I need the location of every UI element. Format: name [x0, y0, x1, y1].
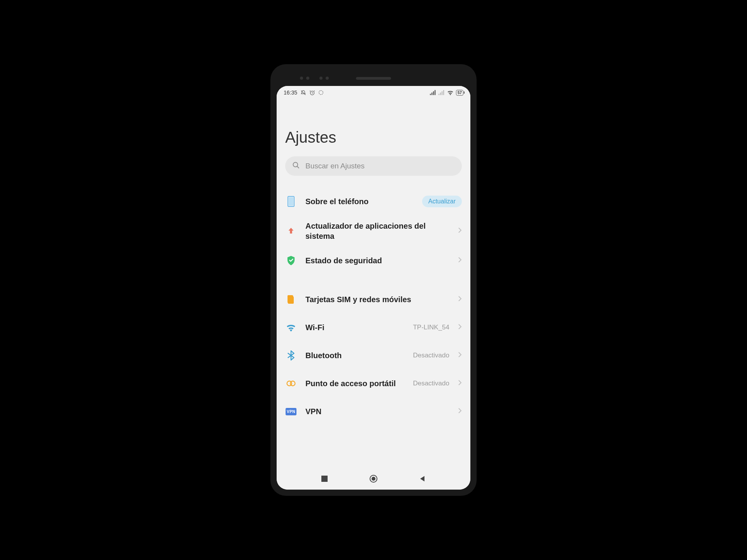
settings-item-hotspot[interactable]: Punto de acceso portátil Desactivado — [285, 369, 462, 397]
phone-bezel-top — [277, 70, 470, 86]
item-label: VPN — [305, 406, 449, 416]
svg-rect-6 — [435, 90, 435, 95]
settings-item-sim-networks[interactable]: Tarjetas SIM y redes móviles — [285, 285, 462, 313]
status-bar-right: 57 — [430, 90, 463, 96]
sensor-dots-2 — [319, 77, 329, 80]
item-label: Wi-Fi — [305, 322, 404, 332]
signal-icon — [430, 90, 436, 95]
status-time: 16:35 — [284, 89, 297, 96]
item-value: Desactivado — [413, 380, 449, 387]
svg-rect-10 — [443, 90, 444, 95]
item-label: Estado de seguridad — [305, 256, 449, 266]
svg-rect-9 — [442, 91, 442, 95]
update-badge[interactable]: Actualizar — [422, 196, 462, 207]
chevron-right-icon — [458, 324, 462, 331]
svg-point-18 — [290, 381, 295, 386]
item-label: Sobre el teléfono — [305, 196, 414, 206]
search-icon — [292, 161, 300, 171]
svg-rect-14 — [289, 197, 293, 206]
status-bar-left: 16:35 — [284, 89, 324, 96]
signal-icon-2 — [438, 90, 445, 95]
status-bar: 16:35 — [277, 86, 470, 99]
battery-percent: 57 — [458, 91, 462, 95]
item-value: TP-LINK_54 — [413, 324, 449, 331]
chevron-right-icon — [458, 408, 462, 415]
settings-item-about-phone[interactable]: Sobre el teléfono Actualizar — [285, 187, 462, 215]
phone-icon — [285, 196, 297, 207]
wifi-icon — [285, 322, 297, 333]
settings-item-system-updater[interactable]: Actualizador de aplicaciones del sistema — [285, 215, 462, 247]
settings-list: Sobre el teléfono Actualizar Actualizado… — [285, 187, 462, 425]
speaker-grille — [356, 77, 391, 80]
settings-item-security-status[interactable]: Estado de seguridad — [285, 247, 462, 275]
svg-rect-5 — [433, 91, 434, 95]
home-button[interactable] — [369, 474, 378, 483]
item-label: Tarjetas SIM y redes móviles — [305, 294, 449, 304]
chevron-right-icon — [458, 296, 462, 303]
section-divider — [285, 275, 462, 285]
svg-rect-4 — [431, 93, 432, 95]
item-label: Punto de acceso portátil — [305, 378, 404, 388]
svg-point-2 — [319, 91, 323, 95]
chevron-right-icon — [458, 352, 462, 359]
upload-arrow-icon — [285, 225, 297, 237]
page-title: Ajustes — [285, 129, 462, 146]
chevron-right-icon — [458, 380, 462, 387]
svg-line-12 — [297, 166, 299, 168]
sensor-dots — [300, 77, 309, 80]
back-button[interactable] — [418, 474, 427, 483]
svg-rect-3 — [430, 94, 431, 95]
item-value: Desactivado — [413, 352, 449, 359]
search-input[interactable]: Buscar en Ajustes — [285, 156, 462, 176]
sync-icon — [318, 90, 324, 95]
phone-frame: 16:35 — [270, 64, 477, 496]
wifi-status-icon — [447, 90, 454, 95]
item-label: Actualizador de aplicaciones del sistema — [305, 221, 449, 241]
bluetooth-icon — [285, 350, 297, 361]
settings-item-vpn[interactable]: VPN VPN — [285, 397, 462, 425]
dnd-icon — [300, 90, 306, 96]
svg-rect-7 — [438, 94, 439, 95]
svg-point-11 — [293, 163, 298, 167]
chevron-right-icon — [458, 227, 462, 235]
settings-item-wifi[interactable]: Wi-Fi TP-LINK_54 — [285, 313, 462, 341]
sim-icon — [285, 294, 297, 305]
shield-icon — [285, 255, 297, 266]
battery-icon: 57 — [456, 90, 463, 96]
chevron-right-icon — [458, 257, 462, 264]
alarm-icon — [309, 90, 315, 96]
search-placeholder: Buscar en Ajustes — [305, 162, 365, 170]
settings-item-bluetooth[interactable]: Bluetooth Desactivado — [285, 341, 462, 369]
hotspot-icon — [285, 378, 297, 389]
svg-point-21 — [372, 477, 375, 481]
svg-rect-19 — [321, 476, 328, 482]
recents-button[interactable] — [320, 474, 329, 483]
settings-content[interactable]: Ajustes Buscar en Ajustes Sobre el teléf… — [277, 99, 470, 468]
nav-bar — [277, 468, 470, 490]
svg-rect-8 — [440, 93, 441, 95]
screen: 16:35 — [277, 86, 470, 490]
item-label: Bluetooth — [305, 350, 404, 360]
vpn-icon: VPN — [285, 406, 297, 417]
